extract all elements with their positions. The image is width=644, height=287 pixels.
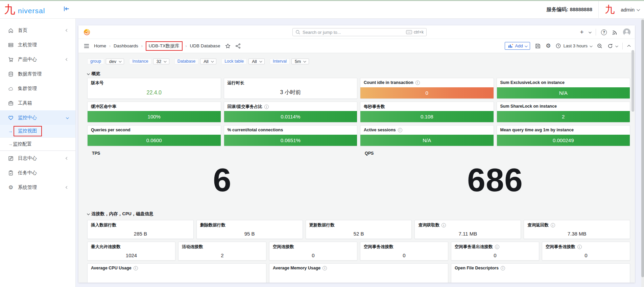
sidebar-item-monitoring[interactable]: 监控中心 [0,110,75,125]
sidebar-item-label: 首页 [18,27,62,34]
dashboard-settings-icon[interactable]: ⚙ [546,42,551,49]
gear-icon: ⚙ [8,185,14,190]
sidebar-subitem-monitor-view[interactable]: → 监控视图 [0,125,75,138]
panel-title: 活动连接数 [178,242,266,250]
stat-panel-rollback-ratio: 回滚/提交事务占比i 0.0114% [224,102,358,123]
chart-panel-memory-usage: Average Memory Usagei 200 kB 150 kB [269,263,448,283]
dashboard-scrollbar[interactable] [631,50,634,112]
stat-panel-mean-query-time: Mean query time avg 1m by instance 0.000… [497,125,630,146]
window-scrollbar[interactable] [641,19,644,287]
service-code: 服务编码: 88888888 [546,6,592,13]
panel-title: 每秒事务数 [360,102,494,110]
info-icon[interactable]: i [551,223,555,227]
info-icon[interactable]: i [415,81,420,85]
mega-menu-icon[interactable] [84,44,89,48]
chevron-down-icon[interactable] [589,30,591,33]
filter-database: Database All [174,59,216,64]
sidebar-item-label: 集群管理 [18,86,68,92]
panel-title: Sum ExclusiveLock on instance [497,78,630,86]
time-range-label: Last 3 hours [563,43,588,48]
sidebar-collapse-icon[interactable] [64,6,70,12]
breadcrumb-home[interactable]: Home [94,43,106,48]
filter-instance-select[interactable]: 32 [153,59,169,64]
sidebar-item-tasks[interactable]: 任务中心 [0,165,75,180]
save-dashboard-icon[interactable] [535,43,541,49]
panel-value-bar: 2 [497,111,630,122]
filter-database-select[interactable]: All [200,59,216,64]
info-icon[interactable]: i [501,266,505,270]
panel-value: 52 B [306,229,412,239]
zoom-out-icon[interactable] [597,43,602,49]
breadcrumb-dashboards[interactable]: Dashboards [114,43,138,48]
stat-panel-connections-ratio: % current/total connections 0.0651% [224,125,358,146]
chart-plot-area: 14 [451,271,630,283]
panel-value: 7.38 MB [524,229,630,239]
info-icon[interactable]: i [134,266,138,270]
user-menu[interactable]: admin [621,7,639,13]
collapse-toolbar-icon[interactable] [627,45,631,48]
new-button[interactable]: + [580,29,583,35]
breadcrumb: Home › Dashboards › UDB-TX数据库 › UDB Data… [94,41,220,51]
sidebar-item-hosts[interactable]: 主机管理 [0,38,75,52]
chevron-down-icon [590,44,593,47]
panel-title: 回滚/提交事务占比i [224,102,357,110]
keyboard-icon [406,30,412,34]
filter-interval-select[interactable]: 5m [291,59,309,64]
panel-value: 285 B [88,229,193,239]
info-icon[interactable]: i [577,245,582,249]
heart-icon [8,115,14,120]
search-input[interactable] [303,30,404,35]
grafana-header: ctrl+k + ? [78,25,635,39]
filter-group: group dev [87,59,124,64]
add-panel-button[interactable]: Add [505,42,530,50]
section-details[interactable]: 连接数，内存，CPU，磁盘信息 [87,211,630,217]
panel-value: 0 [451,250,539,260]
breadcrumb-folder-highlighted[interactable]: UDB-TX数据库 [146,41,183,51]
search-box[interactable]: ctrl+k [292,28,427,36]
stat-panel-tps-rate: 每秒事务数 0.108 [360,102,494,123]
chart-plot-area: 200 kB 150 kB [269,271,448,283]
window-scrollbar-thumb[interactable] [641,20,644,277]
app-logo: 九 niversal [4,2,45,18]
info-icon[interactable]: i [442,223,446,227]
sidebar-item-products[interactable]: 产品中心 [0,52,75,67]
dashboard-body: group dev Instance 32 Database All Lock … [78,53,635,283]
sidebar-item-databases[interactable]: 数据库管理 [0,67,75,81]
sidebar-item-logs[interactable]: 日志中心 [0,151,75,165]
app-topbar: 九 niversal 服务编码: 88888888 九 admin [0,0,644,19]
time-range-picker[interactable]: Last 3 hours [556,43,592,48]
info-icon[interactable]: i [264,105,269,109]
topbar-logo-glyph: 九 [605,1,615,18]
info-icon[interactable]: i [495,245,499,249]
breadcrumb-separator: › [109,44,111,48]
refresh-control[interactable] [607,43,618,49]
help-icon[interactable]: ? [601,29,607,35]
panel-value-bar: 0.0114% [224,111,357,122]
news-rss-icon[interactable] [612,29,618,35]
filter-group-select[interactable]: dev [106,59,124,64]
sidebar-item-toolbox[interactable]: 工具箱 [0,96,75,110]
sidebar-item-label: 日志中心 [18,155,62,161]
sidebar-item-system[interactable]: ⚙ 系统管理 [0,180,75,195]
avatar[interactable] [623,28,631,36]
sidebar-item-home[interactable]: 首页 [0,23,75,38]
share-icon[interactable] [235,43,241,49]
sidebar-subitem-label: 监控配置 [13,141,32,147]
sidebar-item-clusters[interactable]: 集群管理 [0,81,75,96]
grafana-logo-icon[interactable] [84,29,90,36]
filter-lock-table-select[interactable]: All [248,59,265,64]
server-icon [8,42,14,48]
section-overview[interactable]: 概览 [87,71,630,76]
topbar-divider [598,1,599,18]
star-icon[interactable] [225,43,231,49]
sidebar-item-label: 数据库管理 [18,71,68,77]
panel-value-bar: 0.108 [360,111,494,122]
stat-panel-exclusivelock: Sum ExclusiveLock on instance N/A [497,78,630,99]
stat-panel-idle-tx-aborted: 空闲事务退出连接数i 0 [451,242,539,261]
info-icon[interactable]: i [398,128,402,132]
sidebar-subitem-monitor-config[interactable]: → 监控配置 [0,138,75,151]
sidebar: 首页 主机管理 产品中心 数据库管理 集群管理 工具箱 监控中心 → 监控视图 … [0,19,76,287]
breadcrumb-dashboard-title[interactable]: UDB Database [190,43,220,48]
info-icon[interactable]: i [323,266,327,270]
chevron-left-icon [66,29,68,32]
